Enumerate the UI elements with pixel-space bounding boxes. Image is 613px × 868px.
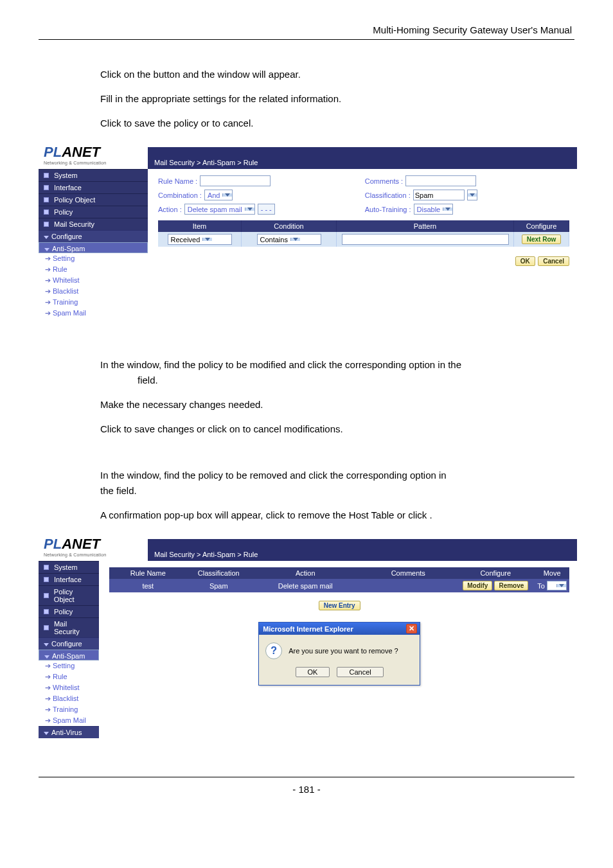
nav-mail-security[interactable]: Mail Security — [39, 618, 99, 637]
nav-interface[interactable]: Interface — [39, 574, 99, 585]
nav-system[interactable]: System — [39, 562, 99, 573]
dialog-cancel-button[interactable]: Cancel — [337, 667, 383, 677]
nav-rule[interactable]: ➔Rule — [39, 264, 148, 275]
action-label: Action : — [158, 206, 182, 213]
action-sub-select[interactable]: - - - — [258, 204, 275, 215]
dialog-message: Are you sure you want to remove ? — [289, 647, 398, 655]
square-icon — [44, 593, 49, 598]
question-icon: ? — [265, 642, 282, 659]
comments-input[interactable] — [405, 175, 476, 186]
nav-anti-spam[interactable]: Anti-Spam — [39, 650, 99, 660]
chevron-down-icon — [290, 238, 300, 241]
nav-system[interactable]: System — [39, 170, 148, 181]
nav-whitelist[interactable]: ➔Whitelist — [39, 682, 99, 693]
td-classification: Spam — [186, 579, 251, 592]
logo-part1: PL — [44, 144, 62, 160]
triangle-down-icon — [44, 248, 49, 251]
logo-part2: ANET — [62, 536, 100, 552]
logo-sub: Networking & Communication — [44, 161, 143, 165]
comments-label: Comments : — [365, 177, 403, 185]
chevron-down-icon — [468, 193, 477, 197]
classification-input[interactable] — [413, 190, 465, 200]
body-text-3: In the window, find the policy to be rem… — [100, 468, 555, 523]
nav-interface[interactable]: Interface — [39, 182, 148, 193]
sidebar: System Interface Policy Object Policy Ma… — [39, 169, 148, 319]
classification-dd[interactable] — [467, 190, 477, 200]
square-icon — [44, 209, 49, 215]
modify-button[interactable]: Modify — [463, 581, 492, 590]
nav-spam-mail[interactable]: ➔Spam Mail — [39, 308, 148, 319]
nav-anti-spam[interactable]: Anti-Spam — [39, 242, 148, 253]
combination-select[interactable]: And — [204, 190, 233, 200]
nav-spam-mail[interactable]: ➔Spam Mail — [39, 715, 99, 726]
main-panel-1: Rule Name : Combination : And Action : D… — [148, 169, 577, 319]
th-rule-name: Rule Name — [109, 567, 186, 579]
auto-training-label: Auto-Training : — [365, 206, 411, 213]
chevron-down-icon — [202, 238, 212, 241]
nav-training[interactable]: ➔Training — [39, 297, 148, 308]
nav-mail-security[interactable]: Mail Security — [39, 218, 148, 230]
th-comments: Comments — [360, 567, 456, 579]
dialog-ok-button[interactable]: OK — [296, 667, 330, 677]
auto-training-select[interactable]: Disable — [414, 204, 454, 215]
new-entry-button[interactable]: New Entry — [319, 601, 360, 610]
th-condition: Condition — [242, 220, 337, 232]
nav-policy-object[interactable]: Policy Object — [39, 586, 99, 605]
p3: Click to save the policy or to cancel. — [100, 116, 555, 131]
breadcrumb-bar: Mail Security > Anti-Spam > Rule — [148, 147, 577, 169]
logo-sub: Networking & Communication — [44, 553, 143, 557]
nav-whitelist[interactable]: ➔Whitelist — [39, 275, 148, 286]
next-row-button[interactable]: Next Row — [522, 235, 562, 244]
triangle-down-icon — [44, 655, 49, 659]
breadcrumb-bar: Mail Security > Anti-Spam > Rule — [148, 539, 577, 561]
nav-blacklist[interactable]: ➔Blacklist — [39, 286, 148, 297]
classification-label: Classification : — [365, 191, 411, 199]
item-select[interactable]: Received — [168, 234, 232, 245]
p6: Click to save changes or click on to can… — [100, 421, 555, 437]
planet-logo: PLANET Networking & Communication — [39, 532, 148, 561]
screenshot-2: PLANET Networking & Communication Mail S… — [39, 532, 577, 738]
cancel-button[interactable]: Cancel — [538, 256, 569, 266]
move-to-select[interactable]: 1 — [547, 581, 567, 590]
nav-configure[interactable]: Configure — [39, 230, 148, 242]
nav-rule[interactable]: ➔Rule — [39, 671, 99, 682]
nav-blacklist[interactable]: ➔Blacklist — [39, 693, 99, 704]
nav-policy-object[interactable]: Policy Object — [39, 194, 148, 206]
th-pattern: Pattern — [337, 220, 514, 232]
nav-anti-virus[interactable]: Anti-Virus — [39, 726, 99, 738]
triangle-down-icon — [44, 732, 49, 735]
chevron-down-icon — [222, 193, 232, 197]
rule-list-row: test Spam Delete spam mail Modify Remove… — [109, 579, 569, 592]
sidebar: System Interface Policy Object Policy Ma… — [39, 561, 99, 738]
chevron-down-icon — [443, 208, 452, 211]
logo-part2: ANET — [62, 144, 100, 160]
rule-name-input[interactable] — [200, 175, 271, 186]
nav-training[interactable]: ➔Training — [39, 704, 99, 715]
planet-logo: PLANET Networking & Communication — [39, 140, 148, 169]
breadcrumb: Mail Security > Anti-Spam > Rule — [154, 159, 258, 166]
header-rule — [39, 39, 574, 40]
nav-policy[interactable]: Policy — [39, 606, 99, 617]
rule-table-row: Received Contains Next Row — [158, 232, 569, 247]
th-configure: Configure — [514, 220, 569, 232]
square-icon — [44, 173, 49, 178]
footer-rule — [39, 777, 574, 777]
condition-select[interactable]: Contains — [257, 234, 321, 245]
action-select[interactable]: Delete spam mail — [184, 204, 255, 215]
page-header: Multi-Homing Security Gateway User's Man… — [39, 24, 574, 35]
chevron-down-icon — [556, 584, 566, 587]
triangle-down-icon — [44, 236, 49, 239]
square-icon — [44, 197, 49, 202]
square-icon — [44, 609, 49, 614]
ok-button[interactable]: OK — [515, 256, 535, 266]
breadcrumb: Mail Security > Anti-Spam > Rule — [154, 551, 258, 558]
nav-policy[interactable]: Policy — [39, 206, 148, 218]
p7a: In the window, find the policy to be rem… — [100, 470, 447, 481]
pattern-input[interactable] — [342, 234, 509, 245]
remove-button[interactable]: Remove — [494, 581, 528, 590]
close-icon[interactable]: ✕ — [406, 624, 417, 633]
nav-configure[interactable]: Configure — [39, 637, 99, 650]
nav-setting[interactable]: ➔Setting — [39, 660, 99, 671]
p4a: In the window, find the policy to be mod… — [100, 359, 461, 370]
nav-setting[interactable]: ➔Setting — [39, 253, 148, 264]
